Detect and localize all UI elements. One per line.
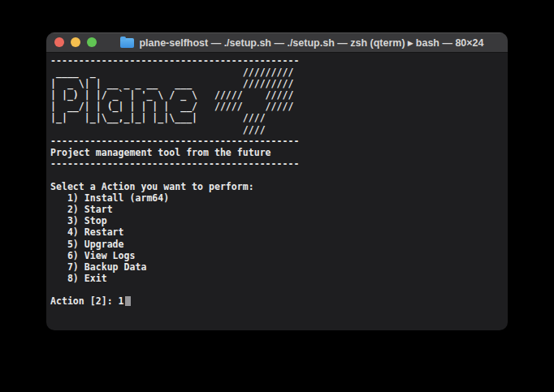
folder-icon[interactable] [120, 38, 134, 48]
traffic-lights [54, 32, 97, 52]
close-button[interactable] [54, 37, 64, 47]
zoom-button[interactable] [87, 37, 97, 47]
terminal-output[interactable]: ----------------------------------------… [50, 55, 508, 307]
terminal-cursor [125, 296, 131, 306]
title-area: plane-selfhost — ./setup.sh — ./setup.sh… [46, 37, 508, 49]
titlebar[interactable]: plane-selfhost — ./setup.sh — ./setup.sh… [46, 32, 508, 53]
terminal-window: plane-selfhost — ./setup.sh — ./setup.sh… [46, 32, 508, 330]
window-title: plane-selfhost — ./setup.sh — ./setup.sh… [139, 37, 483, 49]
terminal-screen[interactable]: ----------------------------------------… [46, 53, 508, 330]
minimize-button[interactable] [71, 37, 80, 47]
